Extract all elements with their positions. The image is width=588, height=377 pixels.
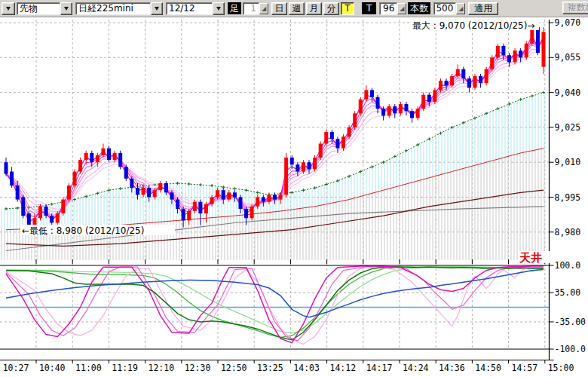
dropdown-arrow-icon	[155, 7, 159, 11]
interval-day-button[interactable]: 日	[271, 2, 287, 15]
contract-month-select[interactable]: 12/12	[166, 2, 213, 15]
interval-month-button[interactable]: 月	[306, 2, 322, 15]
tick-label: T	[362, 2, 376, 14]
market-dropdown-button[interactable]	[60, 2, 72, 15]
grid	[0, 20, 550, 349]
market-select[interactable]: 先物	[17, 2, 60, 15]
price-tick-label: 8,995	[555, 192, 581, 203]
oscillator-tick-label: 100.0	[555, 260, 581, 271]
time-tick-label: 14:24	[403, 363, 429, 373]
apply-button[interactable]: 適用	[468, 2, 498, 15]
time-tick-label: 11:19	[112, 363, 138, 373]
price-tick-label: 9,010	[555, 157, 581, 167]
price-tick-label: 9,070	[555, 17, 581, 28]
multi-symbol-button[interactable]: 複数銘柄	[562, 2, 588, 14]
dropdown-arrow-icon	[216, 7, 221, 11]
price-tick-label: 8,980	[555, 227, 581, 238]
interval-week-button[interactable]: 週	[289, 2, 305, 15]
dropdown-arrow-icon	[6, 7, 11, 11]
time-tick-label: 12:50	[221, 363, 247, 373]
oscillator-tick-label: -35.00	[555, 317, 586, 327]
bar-count-label: 本数	[408, 2, 430, 14]
price-chart-canvas[interactable]: 9,0709,0559,0409,0259,0108,9958,980100.0…	[0, 0, 588, 377]
time-tick-label: 15:00	[548, 363, 574, 373]
interval-tick-button[interactable]: T	[341, 2, 354, 15]
main-toolbar: 先物 日経225mini 12/12 足 1◢ 日 週 月 分 T T 96◢ …	[0, 0, 588, 17]
time-tick-label: 11:00	[75, 363, 102, 373]
time-tick-label: 12:10	[148, 363, 174, 373]
time-tick-label: 10:27	[3, 363, 29, 373]
bar-type-label: 足	[228, 2, 241, 14]
time-tick-label: 14:03	[293, 363, 320, 373]
time-tick-label: 13:25	[257, 363, 283, 373]
time-tick-label: 14:17	[366, 363, 393, 373]
time-tick-label: 10:40	[39, 363, 66, 373]
history-dropdown-button[interactable]	[2, 2, 15, 15]
bar-interval-spinner[interactable]: ◢	[259, 3, 268, 14]
time-tick-label: 14:57	[511, 363, 537, 373]
candles	[5, 23, 546, 232]
tick-size-spinner[interactable]: ◢	[397, 3, 406, 14]
bar-interval-input[interactable]: 1	[243, 2, 259, 15]
rci-magenta-vivid	[6, 266, 544, 343]
symbol-dropdown-button[interactable]	[151, 2, 163, 15]
oscillator-tick-label: 35.00	[555, 287, 581, 298]
contract-dropdown-button[interactable]	[213, 2, 225, 15]
oscillator-tick-label: -100.0	[555, 344, 586, 354]
symbol-select[interactable]: 日経225mini	[75, 2, 151, 15]
tick-size-input[interactable]: 96	[379, 2, 397, 15]
interval-minute-button[interactable]: 分	[323, 2, 339, 15]
time-tick-label: 14:50	[475, 363, 501, 373]
time-tick-label: 12:30	[185, 363, 211, 373]
time-tick-label: 14:36	[439, 363, 465, 373]
rci-green-mid	[6, 267, 544, 337]
price-tick-label: 9,025	[555, 122, 581, 133]
price-tick-label: 9,040	[555, 87, 581, 98]
oscillator-panel	[0, 259, 550, 349]
chart-area[interactable]: 9,0709,0559,0409,0259,0108,9958,980100.0…	[0, 0, 588, 377]
price-tick-label: 9,055	[555, 52, 581, 63]
bar-count-input[interactable]: 500	[433, 2, 456, 15]
trading-chart-app: { "toolbar": { "market": "先物", "symbol":…	[0, 0, 588, 377]
dropdown-arrow-icon	[64, 7, 69, 11]
max-price-annotation: 最大 : 9,070 (2012/10/25)→	[412, 20, 534, 31]
axes: 9,0709,0559,0409,0259,0108,9958,980100.0…	[0, 17, 586, 373]
min-price-annotation: ←最低 : 8,980 (2012/10/25)	[22, 225, 144, 236]
ceiling-signal-label: 天井	[519, 251, 542, 265]
time-tick-label: 14:12	[329, 363, 356, 373]
bar-count-spinner[interactable]: ◢	[456, 3, 465, 14]
